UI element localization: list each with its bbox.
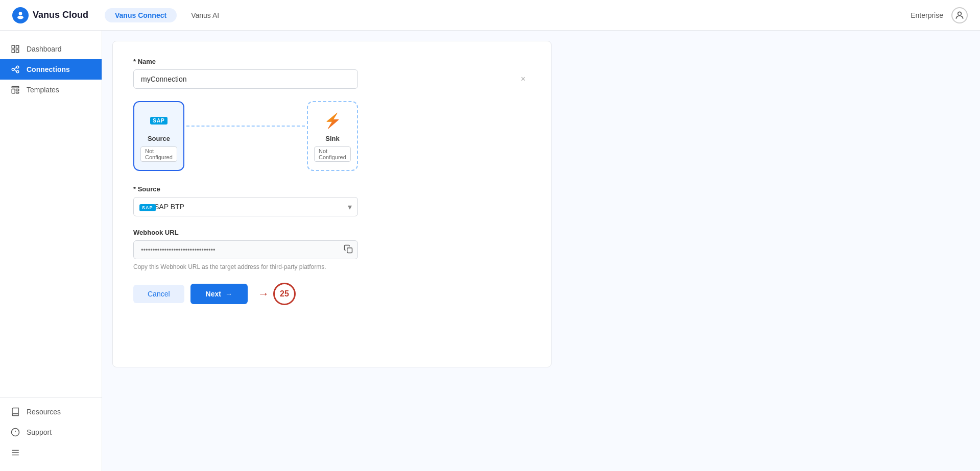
templates-icon	[10, 85, 20, 95]
sidebar-item-support[interactable]: Support	[0, 422, 102, 442]
svg-rect-14	[16, 89, 19, 91]
svg-rect-4	[16, 45, 19, 48]
svg-point-2	[958, 12, 962, 15]
top-navigation: Vanus Cloud Vanus Connect Vanus AI Enter…	[0, 0, 980, 31]
form-panel: * Name × SAP Source Not Configured ⚡	[112, 41, 552, 367]
svg-line-10	[14, 67, 17, 70]
name-input-wrapper: ×	[133, 69, 531, 89]
bolt-icon: ⚡	[324, 112, 342, 129]
sidebar-label-templates: Templates	[27, 86, 59, 94]
name-input[interactable]	[133, 69, 358, 89]
next-label: Next	[206, 290, 221, 298]
topnav-right: Enterprise	[911, 7, 968, 23]
svg-point-8	[16, 66, 19, 68]
step-annotation: → 25	[258, 283, 296, 305]
webhook-hint: Copy this Webhook URL as the target addr…	[133, 263, 531, 270]
source-card-label: Source	[148, 135, 170, 142]
step-arrow: →	[258, 287, 269, 301]
logo: Vanus Cloud	[12, 7, 88, 23]
webhook-label: Webhook URL	[133, 229, 531, 236]
source-card[interactable]: SAP Source Not Configured	[133, 101, 184, 171]
source-select-wrapper: SAP SAP BTP ▾	[133, 197, 358, 216]
webhook-input[interactable]	[133, 240, 358, 259]
name-label: * Name	[133, 58, 531, 65]
source-field-label: * Source	[133, 185, 531, 193]
sink-card-label: Sink	[325, 135, 339, 142]
sink-card[interactable]: ⚡ Sink Not Configured	[307, 101, 358, 171]
content-area: * Name × SAP Source Not Configured ⚡	[102, 31, 980, 471]
source-card-status: Not Configured	[140, 146, 177, 162]
tab-vanus-ai[interactable]: Vanus AI	[181, 8, 229, 22]
svg-point-1	[17, 15, 23, 19]
sink-card-icon: ⚡	[322, 110, 343, 131]
sidebar-bottom: Resources Support	[0, 397, 102, 463]
topnav-tabs: Vanus Connect Vanus AI	[105, 8, 911, 22]
source-select[interactable]: SAP BTP	[133, 197, 358, 216]
clear-icon[interactable]: ×	[521, 75, 525, 84]
svg-rect-12	[12, 86, 19, 88]
source-card-icon: SAP	[149, 110, 169, 131]
sidebar-label-resources: Resources	[27, 408, 61, 416]
sidebar-item-resources[interactable]: Resources	[0, 402, 102, 422]
tab-vanus-connect[interactable]: Vanus Connect	[105, 8, 177, 22]
svg-rect-20	[347, 247, 352, 253]
next-arrow-icon: →	[225, 290, 232, 298]
enterprise-label: Enterprise	[911, 11, 943, 19]
sidebar-item-templates[interactable]: Templates	[0, 80, 102, 100]
svg-point-9	[16, 70, 19, 73]
sap-select-icon: SAP	[139, 202, 156, 211]
sidebar-item-dashboard[interactable]: Dashboard	[0, 39, 102, 59]
sidebar-item-connections[interactable]: Connections	[0, 59, 102, 80]
sidebar-label-connections: Connections	[27, 65, 70, 73]
next-button[interactable]: Next →	[190, 284, 248, 304]
sap-logo-small: SAP	[139, 204, 156, 211]
user-avatar[interactable]	[951, 7, 968, 23]
cancel-button[interactable]: Cancel	[133, 285, 184, 303]
sink-card-status: Not Configured	[314, 146, 351, 162]
dashboard-icon	[10, 44, 20, 54]
connections-icon	[10, 64, 20, 75]
copy-icon[interactable]	[344, 244, 353, 256]
step-badge: 25	[273, 283, 296, 305]
logo-icon	[12, 7, 29, 23]
sidebar-item-menu[interactable]	[0, 442, 102, 463]
sidebar-label-dashboard: Dashboard	[27, 45, 62, 53]
sidebar-label-support: Support	[27, 428, 52, 436]
sap-logo: SAP	[150, 117, 168, 125]
webhook-wrapper	[133, 240, 358, 259]
connection-flow: SAP Source Not Configured ⚡ Sink Not Con…	[133, 101, 358, 171]
logo-text: Vanus Cloud	[33, 10, 88, 20]
support-icon	[10, 427, 20, 437]
svg-rect-5	[12, 50, 14, 53]
sidebar: Dashboard Connections Templates	[0, 31, 102, 471]
svg-point-7	[12, 68, 14, 71]
svg-point-0	[19, 12, 22, 15]
svg-rect-3	[12, 45, 14, 48]
button-row: Cancel Next → → 25	[133, 283, 531, 305]
svg-rect-13	[12, 89, 15, 93]
flow-connector	[186, 126, 305, 127]
resources-icon	[10, 407, 20, 417]
svg-rect-6	[16, 50, 19, 53]
svg-line-11	[14, 69, 17, 72]
menu-icon	[10, 448, 20, 458]
svg-rect-15	[16, 92, 19, 93]
main-layout: Dashboard Connections Templates	[0, 31, 980, 471]
